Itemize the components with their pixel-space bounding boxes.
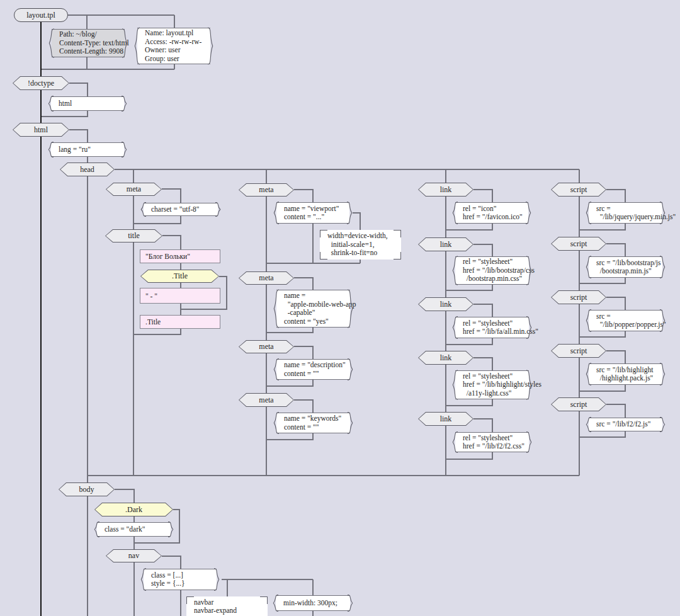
right-brace-icon bbox=[660, 256, 667, 278]
right-brace-icon bbox=[660, 363, 667, 385]
right-brace-icon bbox=[348, 358, 354, 380]
left-brace-icon bbox=[47, 28, 54, 58]
note-line: navbar-expand bbox=[194, 607, 268, 615]
attr-line: src = bbox=[596, 312, 659, 321]
right-brace-icon bbox=[214, 568, 221, 591]
attr-line: rel = "stylesheet" bbox=[463, 372, 525, 381]
attr-line: content = "yes" bbox=[284, 317, 346, 326]
note-line: min-width: 300px; bbox=[283, 599, 346, 608]
file-meta-box: Name: layout.tpl Access: -rw-rw-rw- Owne… bbox=[137, 28, 210, 64]
title-text-separator: " - " bbox=[140, 288, 220, 304]
attr-line: content = "" bbox=[284, 423, 346, 432]
node-layout-tpl: layout.tpl bbox=[14, 8, 68, 22]
node-label: !doctype bbox=[28, 79, 54, 88]
node-meta-charset: meta bbox=[106, 183, 162, 196]
left-brace-icon bbox=[133, 27, 140, 65]
right-brace-icon bbox=[348, 412, 354, 434]
attr-line: /bootstrap.min.css" bbox=[463, 275, 525, 283]
node-link-f2-css: link bbox=[418, 412, 473, 426]
title-condition-node: .Title bbox=[140, 270, 219, 283]
attr-line: href = "/lib/bootstrap/css bbox=[463, 266, 525, 275]
left-brace-icon bbox=[584, 363, 591, 385]
right-brace-icon bbox=[168, 522, 175, 537]
attr-line: name = "viewport" bbox=[284, 205, 346, 214]
viewport-content-note: width=device-width, initial-scale=1, shr… bbox=[320, 230, 401, 260]
node-label: head bbox=[80, 165, 94, 174]
left-brace-icon bbox=[271, 595, 278, 612]
right-brace-icon bbox=[348, 595, 354, 612]
node-label: script bbox=[570, 293, 587, 302]
node-label: link bbox=[440, 185, 452, 195]
attr-line: href = "/lib/f2/f2.css" bbox=[463, 442, 525, 451]
nav-style-note: min-width: 300px; bbox=[276, 595, 350, 611]
apple-meta-attr-box: name = "apple-mobile-web-app -capable" c… bbox=[276, 290, 350, 328]
right-brace-icon bbox=[660, 417, 667, 432]
corner-mark bbox=[186, 596, 194, 604]
corner-mark bbox=[320, 230, 327, 237]
node-meta-viewport: meta bbox=[239, 183, 294, 197]
right-brace-icon bbox=[526, 256, 533, 285]
node-label: meta bbox=[259, 342, 273, 351]
file-meta-line: Group: user bbox=[145, 55, 207, 64]
dark-class-attr-box: class = "dark" bbox=[97, 522, 171, 537]
left-brace-icon bbox=[451, 316, 458, 339]
right-brace-icon bbox=[660, 202, 667, 224]
left-brace-icon bbox=[139, 202, 146, 217]
left-brace-icon bbox=[584, 202, 591, 224]
attr-line: rel = "icon" bbox=[463, 205, 524, 214]
node-link-highlight-css: link bbox=[418, 351, 473, 365]
node-label: body bbox=[79, 485, 94, 494]
node-meta-keywords: meta bbox=[239, 393, 294, 407]
attr-line: -capable" bbox=[284, 309, 346, 317]
attr-line: html bbox=[59, 100, 120, 108]
attr-line: href = "/lib/highlight/styles bbox=[463, 380, 525, 389]
node-script-jquery: script bbox=[551, 183, 606, 197]
html-lang-attr-box: lang = "ru" bbox=[51, 142, 124, 157]
left-brace-icon bbox=[451, 202, 458, 224]
right-brace-icon bbox=[347, 202, 354, 224]
corner-mark bbox=[394, 252, 401, 260]
node-label: .Title bbox=[172, 271, 188, 281]
note-line: shrink-to-fit=no bbox=[327, 249, 401, 258]
right-brace-icon bbox=[526, 370, 533, 400]
popper-attr-box: src = "/lib/popper/popper.js" bbox=[589, 310, 662, 331]
attr-line: src = bbox=[596, 205, 659, 214]
attr-line: href = "/lib/fa/all.min.css" bbox=[463, 328, 525, 336]
right-brace-icon bbox=[122, 28, 129, 58]
left-brace-icon bbox=[272, 412, 279, 434]
node-link-fontawesome: link bbox=[418, 297, 473, 311]
attr-line: "/lib/popper/popper.js" bbox=[596, 321, 659, 329]
f2-css-attr-box: rel = "stylesheet" href = "/lib/f2/f2.cs… bbox=[455, 432, 529, 452]
attr-line: href = "/favicon.ico" bbox=[463, 213, 524, 222]
attr-line: name = "description" bbox=[284, 361, 346, 370]
node-label: title bbox=[128, 231, 140, 241]
right-brace-icon bbox=[208, 27, 215, 65]
nav-class-note: navbar navbar-expand navbar-dark bbox=[186, 596, 268, 616]
file-info-line: Content-Type: text/html bbox=[59, 39, 121, 48]
attr-line: src = "/lib/bootstrap/js bbox=[596, 259, 659, 268]
body-dark-condition-node: .Dark bbox=[94, 503, 173, 516]
file-info-box: Path: ~/blog/ Content-Type: text/html Co… bbox=[52, 29, 125, 57]
right-brace-icon bbox=[122, 142, 128, 157]
node-doctype: !doctype bbox=[13, 76, 69, 90]
attr-line: content = "" bbox=[284, 370, 346, 379]
description-attr-box: name = "description" content = "" bbox=[276, 359, 350, 380]
node-meta-description: meta bbox=[239, 340, 294, 353]
attr-line: rel = "stylesheet" bbox=[463, 434, 525, 443]
node-label: nav bbox=[128, 551, 139, 561]
favicon-attr-box: rel = "icon" href = "/favicon.ico" bbox=[455, 202, 528, 224]
right-brace-icon bbox=[215, 202, 222, 217]
f2-js-attr-box: src = "/lib/f2/f2.js" bbox=[589, 418, 662, 431]
left-brace-icon bbox=[47, 96, 54, 111]
node-meta-apple: meta bbox=[239, 271, 294, 285]
node-label: link bbox=[440, 300, 452, 309]
viewport-attr-box: name = "viewport" content = "..." bbox=[276, 202, 349, 224]
left-brace-icon bbox=[139, 568, 146, 591]
attr-line: rel = "stylesheet" bbox=[463, 258, 525, 266]
left-brace-icon bbox=[451, 370, 458, 400]
note-line: initial-scale=1, bbox=[327, 241, 401, 249]
node-link-icon: link bbox=[418, 183, 473, 197]
attr-line: /a11y-light.css" bbox=[463, 389, 525, 398]
attr-line: /bootstrap.min.js" bbox=[596, 267, 659, 276]
bootstrap-css-attr-box: rel = "stylesheet" href = "/lib/bootstra… bbox=[455, 256, 529, 285]
